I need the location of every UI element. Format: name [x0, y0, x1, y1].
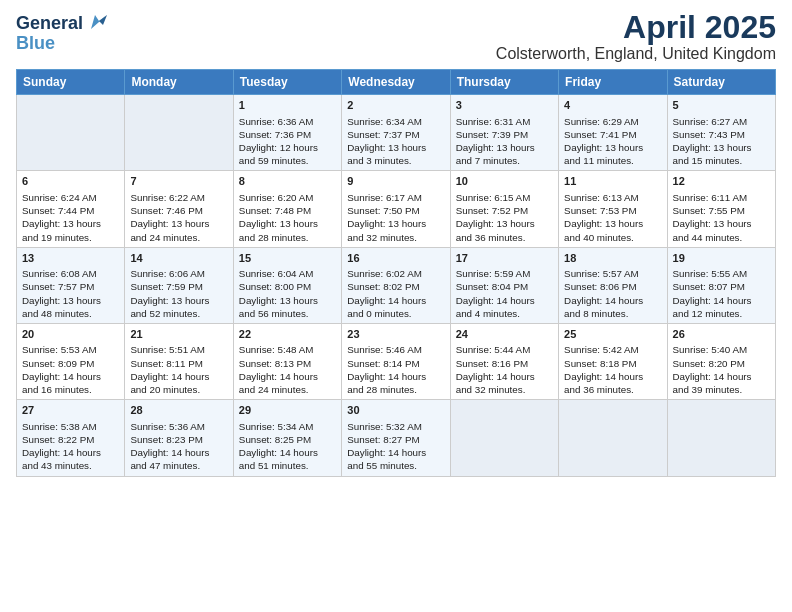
day-number: 3 — [456, 98, 553, 113]
table-row: 18Sunrise: 5:57 AM Sunset: 8:06 PM Dayli… — [559, 247, 667, 323]
table-row: 12Sunrise: 6:11 AM Sunset: 7:55 PM Dayli… — [667, 171, 775, 247]
day-number: 18 — [564, 251, 661, 266]
main-title: April 2025 — [496, 10, 776, 45]
day-number: 7 — [130, 174, 227, 189]
day-number: 9 — [347, 174, 444, 189]
day-number: 8 — [239, 174, 336, 189]
day-info: Sunrise: 5:42 AM Sunset: 8:18 PM Dayligh… — [564, 343, 661, 396]
day-info: Sunrise: 6:13 AM Sunset: 7:53 PM Dayligh… — [564, 191, 661, 244]
header-friday: Friday — [559, 70, 667, 95]
day-info: Sunrise: 6:36 AM Sunset: 7:36 PM Dayligh… — [239, 115, 336, 168]
table-row: 22Sunrise: 5:48 AM Sunset: 8:13 PM Dayli… — [233, 323, 341, 399]
table-row: 5Sunrise: 6:27 AM Sunset: 7:43 PM Daylig… — [667, 95, 775, 171]
day-info: Sunrise: 5:51 AM Sunset: 8:11 PM Dayligh… — [130, 343, 227, 396]
header-tuesday: Tuesday — [233, 70, 341, 95]
day-info: Sunrise: 5:36 AM Sunset: 8:23 PM Dayligh… — [130, 420, 227, 473]
day-number: 25 — [564, 327, 661, 342]
header-wednesday: Wednesday — [342, 70, 450, 95]
calendar-week-row: 6Sunrise: 6:24 AM Sunset: 7:44 PM Daylig… — [17, 171, 776, 247]
table-row: 3Sunrise: 6:31 AM Sunset: 7:39 PM Daylig… — [450, 95, 558, 171]
subtitle: Colsterworth, England, United Kingdom — [496, 45, 776, 63]
day-info: Sunrise: 6:27 AM Sunset: 7:43 PM Dayligh… — [673, 115, 770, 168]
day-info: Sunrise: 5:59 AM Sunset: 8:04 PM Dayligh… — [456, 267, 553, 320]
day-info: Sunrise: 5:32 AM Sunset: 8:27 PM Dayligh… — [347, 420, 444, 473]
calendar-table: Sunday Monday Tuesday Wednesday Thursday… — [16, 69, 776, 476]
day-info: Sunrise: 5:44 AM Sunset: 8:16 PM Dayligh… — [456, 343, 553, 396]
day-number: 30 — [347, 403, 444, 418]
table-row: 15Sunrise: 6:04 AM Sunset: 8:00 PM Dayli… — [233, 247, 341, 323]
table-row: 13Sunrise: 6:08 AM Sunset: 7:57 PM Dayli… — [17, 247, 125, 323]
table-row: 17Sunrise: 5:59 AM Sunset: 8:04 PM Dayli… — [450, 247, 558, 323]
table-row: 14Sunrise: 6:06 AM Sunset: 7:59 PM Dayli… — [125, 247, 233, 323]
header: General Blue April 2025 Colsterworth, En… — [16, 10, 776, 63]
day-info: Sunrise: 6:17 AM Sunset: 7:50 PM Dayligh… — [347, 191, 444, 244]
day-number: 20 — [22, 327, 119, 342]
table-row: 9Sunrise: 6:17 AM Sunset: 7:50 PM Daylig… — [342, 171, 450, 247]
day-info: Sunrise: 5:38 AM Sunset: 8:22 PM Dayligh… — [22, 420, 119, 473]
day-info: Sunrise: 6:34 AM Sunset: 7:37 PM Dayligh… — [347, 115, 444, 168]
table-row: 24Sunrise: 5:44 AM Sunset: 8:16 PM Dayli… — [450, 323, 558, 399]
day-info: Sunrise: 5:40 AM Sunset: 8:20 PM Dayligh… — [673, 343, 770, 396]
table-row — [125, 95, 233, 171]
day-info: Sunrise: 5:53 AM Sunset: 8:09 PM Dayligh… — [22, 343, 119, 396]
day-number: 11 — [564, 174, 661, 189]
table-row: 1Sunrise: 6:36 AM Sunset: 7:36 PM Daylig… — [233, 95, 341, 171]
day-info: Sunrise: 6:11 AM Sunset: 7:55 PM Dayligh… — [673, 191, 770, 244]
page: General Blue April 2025 Colsterworth, En… — [0, 0, 792, 612]
day-info: Sunrise: 6:22 AM Sunset: 7:46 PM Dayligh… — [130, 191, 227, 244]
day-number: 14 — [130, 251, 227, 266]
day-info: Sunrise: 6:24 AM Sunset: 7:44 PM Dayligh… — [22, 191, 119, 244]
title-block: April 2025 Colsterworth, England, United… — [496, 10, 776, 63]
table-row: 11Sunrise: 6:13 AM Sunset: 7:53 PM Dayli… — [559, 171, 667, 247]
table-row: 29Sunrise: 5:34 AM Sunset: 8:25 PM Dayli… — [233, 400, 341, 476]
day-number: 28 — [130, 403, 227, 418]
calendar-week-row: 13Sunrise: 6:08 AM Sunset: 7:57 PM Dayli… — [17, 247, 776, 323]
day-number: 6 — [22, 174, 119, 189]
day-info: Sunrise: 6:15 AM Sunset: 7:52 PM Dayligh… — [456, 191, 553, 244]
svg-marker-1 — [99, 15, 107, 25]
header-saturday: Saturday — [667, 70, 775, 95]
day-info: Sunrise: 6:02 AM Sunset: 8:02 PM Dayligh… — [347, 267, 444, 320]
table-row: 6Sunrise: 6:24 AM Sunset: 7:44 PM Daylig… — [17, 171, 125, 247]
day-info: Sunrise: 6:29 AM Sunset: 7:41 PM Dayligh… — [564, 115, 661, 168]
table-row: 26Sunrise: 5:40 AM Sunset: 8:20 PM Dayli… — [667, 323, 775, 399]
header-monday: Monday — [125, 70, 233, 95]
day-number: 19 — [673, 251, 770, 266]
header-sunday: Sunday — [17, 70, 125, 95]
calendar-week-row: 27Sunrise: 5:38 AM Sunset: 8:22 PM Dayli… — [17, 400, 776, 476]
table-row: 23Sunrise: 5:46 AM Sunset: 8:14 PM Dayli… — [342, 323, 450, 399]
table-row: 30Sunrise: 5:32 AM Sunset: 8:27 PM Dayli… — [342, 400, 450, 476]
logo-bird-icon — [85, 11, 107, 33]
day-info: Sunrise: 6:20 AM Sunset: 7:48 PM Dayligh… — [239, 191, 336, 244]
table-row — [17, 95, 125, 171]
table-row — [667, 400, 775, 476]
day-info: Sunrise: 5:57 AM Sunset: 8:06 PM Dayligh… — [564, 267, 661, 320]
day-number: 23 — [347, 327, 444, 342]
day-number: 17 — [456, 251, 553, 266]
day-number: 5 — [673, 98, 770, 113]
table-row: 27Sunrise: 5:38 AM Sunset: 8:22 PM Dayli… — [17, 400, 125, 476]
table-row: 7Sunrise: 6:22 AM Sunset: 7:46 PM Daylig… — [125, 171, 233, 247]
table-row: 21Sunrise: 5:51 AM Sunset: 8:11 PM Dayli… — [125, 323, 233, 399]
day-info: Sunrise: 6:06 AM Sunset: 7:59 PM Dayligh… — [130, 267, 227, 320]
day-info: Sunrise: 6:08 AM Sunset: 7:57 PM Dayligh… — [22, 267, 119, 320]
table-row — [559, 400, 667, 476]
table-row: 10Sunrise: 6:15 AM Sunset: 7:52 PM Dayli… — [450, 171, 558, 247]
calendar-header-row: Sunday Monday Tuesday Wednesday Thursday… — [17, 70, 776, 95]
table-row: 25Sunrise: 5:42 AM Sunset: 8:18 PM Dayli… — [559, 323, 667, 399]
day-number: 2 — [347, 98, 444, 113]
calendar-week-row: 20Sunrise: 5:53 AM Sunset: 8:09 PM Dayli… — [17, 323, 776, 399]
logo: General Blue — [16, 14, 107, 54]
day-number: 24 — [456, 327, 553, 342]
day-number: 26 — [673, 327, 770, 342]
logo-text-general: General — [16, 14, 83, 34]
calendar-week-row: 1Sunrise: 6:36 AM Sunset: 7:36 PM Daylig… — [17, 95, 776, 171]
day-info: Sunrise: 5:46 AM Sunset: 8:14 PM Dayligh… — [347, 343, 444, 396]
table-row: 19Sunrise: 5:55 AM Sunset: 8:07 PM Dayli… — [667, 247, 775, 323]
day-info: Sunrise: 5:48 AM Sunset: 8:13 PM Dayligh… — [239, 343, 336, 396]
day-number: 21 — [130, 327, 227, 342]
day-info: Sunrise: 6:04 AM Sunset: 8:00 PM Dayligh… — [239, 267, 336, 320]
day-info: Sunrise: 5:34 AM Sunset: 8:25 PM Dayligh… — [239, 420, 336, 473]
day-number: 13 — [22, 251, 119, 266]
table-row: 28Sunrise: 5:36 AM Sunset: 8:23 PM Dayli… — [125, 400, 233, 476]
